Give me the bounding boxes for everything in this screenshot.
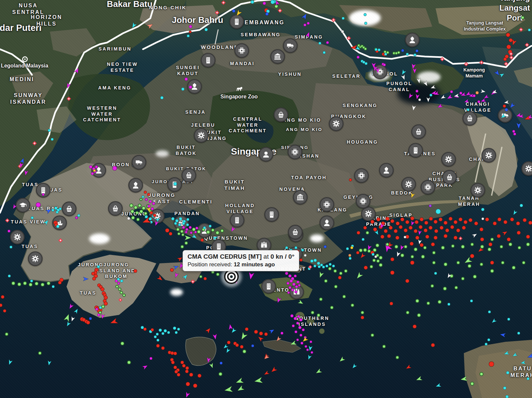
vessel-arrow[interactable] xyxy=(143,364,148,369)
vessel-dot[interactable] xyxy=(416,50,419,53)
vessel-dot[interactable] xyxy=(300,334,303,337)
vessel-dot[interactable] xyxy=(181,245,184,249)
vessel-arrow[interactable] xyxy=(447,274,451,279)
vessel-arrow[interactable] xyxy=(12,204,17,209)
vessel-dot[interactable] xyxy=(139,209,143,213)
vessel-dot[interactable] xyxy=(287,291,290,294)
vessel-dot[interactable] xyxy=(211,228,215,232)
vessel-dot[interactable] xyxy=(488,311,491,314)
vessel-dot[interactable] xyxy=(361,311,364,315)
vessel-arrow[interactable] xyxy=(503,230,507,235)
vessel-arrow[interactable] xyxy=(511,40,516,46)
vessel-arrow[interactable] xyxy=(240,333,247,340)
vessel-dot[interactable] xyxy=(431,343,435,347)
vessel-dot[interactable] xyxy=(526,235,530,239)
vessel-dot[interactable] xyxy=(242,349,246,353)
vessel-dot[interactable] xyxy=(473,275,477,279)
vessel-dot[interactable] xyxy=(396,356,399,359)
vessel-dot[interactable] xyxy=(450,225,454,229)
basket-icon[interactable] xyxy=(288,225,303,239)
vessel-dot[interactable] xyxy=(416,90,419,93)
vessel-arrow[interactable] xyxy=(339,357,344,362)
vessel-dot[interactable] xyxy=(449,217,453,221)
vessel-dot[interactable] xyxy=(264,332,268,336)
worker-icon[interactable] xyxy=(320,215,334,230)
vessel-dot[interactable] xyxy=(382,345,386,348)
vessel-dot[interactable] xyxy=(390,257,394,261)
vessel-dot[interactable] xyxy=(348,254,351,257)
vessel-dot[interactable] xyxy=(311,311,315,315)
vessel-arrow[interactable] xyxy=(110,318,117,326)
vessel-arrow[interactable] xyxy=(417,78,421,83)
vessel-dot[interactable] xyxy=(410,261,415,265)
vessel-dot[interactable] xyxy=(523,218,527,222)
vessel-dot[interactable] xyxy=(134,205,138,209)
vessel-arrow[interactable] xyxy=(461,376,467,383)
vessel-dot[interactable] xyxy=(414,229,418,233)
vessel-dot[interactable] xyxy=(152,202,155,205)
vessel-arrow[interactable] xyxy=(492,90,497,95)
vessel-arrow[interactable] xyxy=(306,32,311,37)
vessel-dot[interactable] xyxy=(364,266,368,270)
vessel-dot[interactable] xyxy=(493,221,497,225)
vessel-dot[interactable] xyxy=(127,360,131,364)
gear-icon[interactable] xyxy=(194,128,208,143)
vessel-dot[interactable] xyxy=(396,221,400,225)
vessel-arrow[interactable] xyxy=(74,309,79,314)
vessel-dot[interactable] xyxy=(1,295,5,299)
vessel-dot[interactable] xyxy=(386,243,389,246)
vessel-arrow[interactable] xyxy=(434,91,439,96)
vessel-dot[interactable] xyxy=(389,226,393,230)
vessel-arrow[interactable] xyxy=(299,300,303,305)
vessel-arrow[interactable] xyxy=(411,105,416,111)
vessel-dot[interactable] xyxy=(104,302,108,306)
building-icon[interactable] xyxy=(201,53,215,67)
vessel-arrow[interactable] xyxy=(501,114,505,119)
vessel-dot[interactable] xyxy=(417,313,421,317)
vessel-dot[interactable] xyxy=(464,220,467,224)
vessel-arrow[interactable] xyxy=(408,93,413,99)
map-canvas[interactable]: NUSA SENTRALdar PuteriHORIZON HILLSBakar… xyxy=(0,0,532,398)
vessel-dot[interactable] xyxy=(97,265,100,268)
vessel-dot[interactable] xyxy=(513,133,516,136)
vessel-dot[interactable] xyxy=(365,62,368,65)
vessel-dot[interactable] xyxy=(485,217,489,221)
vessel-dot[interactable] xyxy=(193,384,198,388)
vessel-arrow[interactable] xyxy=(436,383,441,388)
vessel-dot[interactable] xyxy=(186,223,189,226)
vessel-dot[interactable] xyxy=(95,166,98,169)
vessel-dot[interactable] xyxy=(508,242,512,246)
vessel-arrow[interactable] xyxy=(75,67,80,73)
vessel-arrow[interactable] xyxy=(225,385,232,394)
vessel-dot[interactable] xyxy=(314,259,317,262)
vessel-dot[interactable] xyxy=(334,285,338,289)
basket-icon[interactable] xyxy=(62,201,76,216)
vessel-dot[interactable] xyxy=(189,226,192,229)
vessel-arrow[interactable] xyxy=(447,94,452,100)
vessel-dot[interactable] xyxy=(488,242,492,246)
vessel-dot[interactable] xyxy=(394,245,398,249)
vessel-arrow[interactable] xyxy=(237,386,243,393)
vessel-dot[interactable] xyxy=(92,277,96,281)
vessel-dot[interactable] xyxy=(185,370,189,373)
vessel-dot[interactable] xyxy=(175,331,178,334)
vessel-arrow[interactable] xyxy=(143,217,150,225)
vessel-dot[interactable] xyxy=(156,333,159,336)
vessel-dot[interactable] xyxy=(383,64,386,66)
vessel-arrow[interactable] xyxy=(441,95,445,100)
building-icon[interactable] xyxy=(229,14,244,29)
vessel-dot[interactable] xyxy=(324,279,328,283)
vessel-dot[interactable] xyxy=(89,317,92,320)
vessel-dot[interactable] xyxy=(189,25,192,28)
vessel-dot[interactable] xyxy=(397,51,400,54)
vessel-dot[interactable] xyxy=(17,282,21,286)
vessel-dot[interactable] xyxy=(3,309,6,313)
vessel-dot[interactable] xyxy=(485,343,488,346)
vessel-arrow[interactable] xyxy=(318,272,324,278)
vessel-dot[interactable] xyxy=(503,220,507,224)
vessel-dot[interactable] xyxy=(380,235,384,239)
vessel-dot[interactable] xyxy=(185,77,188,81)
vessel-dot[interactable] xyxy=(527,377,530,380)
vessel-dot[interactable] xyxy=(497,217,501,221)
bank-icon[interactable] xyxy=(293,190,308,204)
